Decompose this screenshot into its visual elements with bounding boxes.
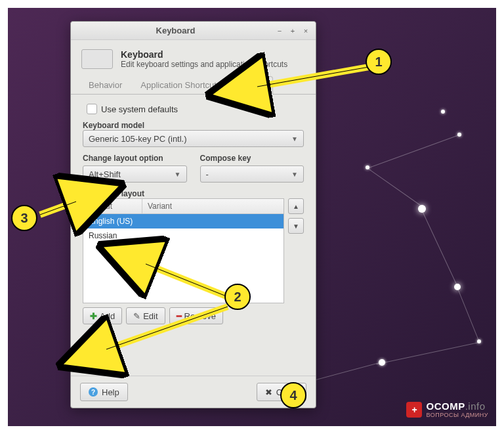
keyboard-model-combo[interactable]: Generic 105-key PC (intl.) ▼	[83, 130, 304, 147]
layout-row-russian[interactable]: Russian	[83, 228, 284, 243]
window-footer: ? Help ✖ Close	[71, 376, 316, 408]
keyboard-icon	[81, 49, 113, 69]
svg-line-5	[40, 202, 76, 215]
arrow-up-icon: ▲	[293, 203, 299, 210]
annotation-arrow-2b	[100, 303, 231, 358]
move-up-button[interactable]: ▲	[288, 198, 304, 214]
change-layout-label: Change layout option	[83, 154, 187, 163]
keyboard-layout-label: Keyboard layout	[83, 189, 304, 198]
help-icon: ?	[89, 387, 98, 397]
header-title: Keyboard	[121, 49, 287, 60]
arrow-down-icon: ▼	[293, 223, 299, 230]
use-defaults-label: Use system defaults	[101, 104, 178, 114]
tab-application-shortcuts[interactable]: Application Shortcuts	[132, 76, 229, 94]
layout-row-english[interactable]: English (US)	[83, 214, 284, 228]
help-button-label: Help	[102, 387, 119, 397]
chevron-down-icon: ▼	[291, 135, 298, 142]
constellation-line	[457, 287, 480, 342]
constellation-line	[376, 342, 479, 364]
annotation-arrow-2a	[139, 261, 231, 302]
change-layout-combo[interactable]: Alt+Shift ▼	[83, 165, 187, 183]
column-header-variant[interactable]: Variant	[142, 199, 284, 213]
annotation-badge-4: 4	[280, 382, 306, 408]
compose-key-label: Compose key	[200, 154, 304, 163]
change-layout-value: Alt+Shift	[89, 169, 121, 179]
brand-cross-icon: +	[406, 402, 422, 418]
tab-behavior[interactable]: Behavior	[80, 76, 131, 94]
svg-line-2	[257, 67, 369, 87]
use-defaults-checkbox[interactable]	[87, 104, 97, 114]
star-decoration	[441, 110, 445, 114]
constellation-line	[421, 208, 457, 286]
column-header-layout[interactable]: Layout	[83, 199, 142, 213]
keyboard-model-label: Keyboard model	[83, 121, 304, 130]
window-titlebar[interactable]: Keyboard − + ×	[71, 22, 316, 40]
minimize-button[interactable]: −	[275, 26, 284, 35]
annotation-badge-3: 3	[11, 205, 37, 231]
maximize-button[interactable]: +	[288, 26, 297, 35]
close-window-button[interactable]: ×	[301, 26, 310, 35]
plus-icon: ✚	[90, 311, 97, 321]
move-down-button[interactable]: ▼	[288, 218, 304, 234]
annotation-arrow-3	[37, 198, 83, 220]
constellation-line	[368, 169, 422, 207]
chevron-down-icon: ▼	[291, 171, 298, 178]
brand-tagline: ВОПРОСЫ АДМИНУ	[426, 412, 488, 418]
window-title: Keyboard	[76, 26, 275, 35]
layout-list-header: Layout Variant	[83, 199, 284, 214]
compose-key-value: -	[206, 169, 209, 179]
keyboard-model-value: Generic 105-key PC (intl.)	[89, 134, 187, 144]
chevron-down-icon: ▼	[175, 171, 181, 178]
svg-line-8	[146, 264, 228, 297]
desktop-background: Keyboard − + × Keyboard Edit keyboard se…	[0, 0, 504, 434]
compose-key-combo[interactable]: - ▼	[200, 165, 304, 183]
annotation-badge-2: 2	[224, 284, 251, 310]
brand-name: OCOMP.info	[426, 401, 488, 412]
svg-line-11	[106, 307, 228, 349]
help-button[interactable]: ? Help	[80, 383, 128, 401]
constellation-line	[369, 134, 461, 168]
watermark-brand: + OCOMP.info ВОПРОСЫ АДМИНУ	[406, 401, 488, 418]
annotation-badge-1: 1	[366, 49, 392, 75]
close-icon: ✖	[265, 387, 272, 397]
annotation-arrow-1	[251, 64, 369, 98]
